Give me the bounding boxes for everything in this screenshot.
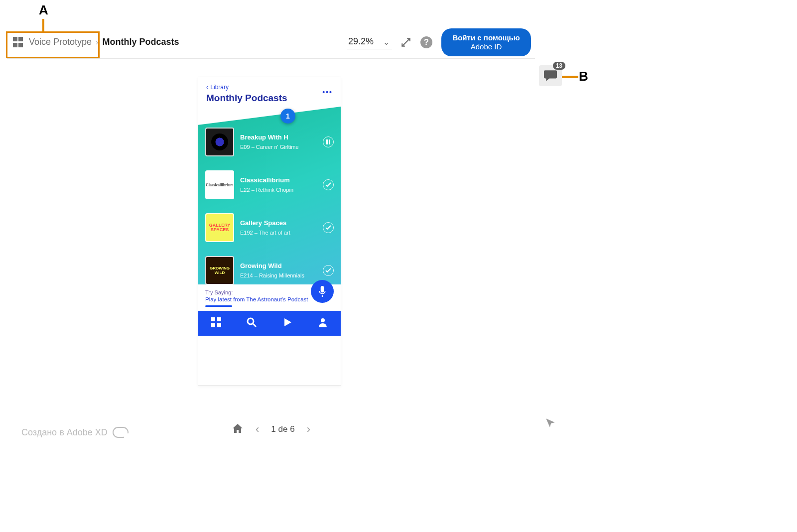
next-page-button[interactable]: › [307,423,310,436]
podcast-meta: Gallery SpacesE192 – The art of art [240,219,317,237]
list-item[interactable]: GALLERY SPACESGallery SpacesE192 – The a… [205,213,334,242]
mic-icon [318,286,327,297]
cursor-icon [545,417,556,430]
xd-viewer: Voice Prototype › Monthly Podcasts ⌄ ? В… [7,26,535,442]
grid-view-icon[interactable] [13,37,24,48]
pin-marker[interactable]: 1 [280,109,295,124]
podcast-thumb: GROWING WILD [205,256,234,285]
podcast-title: Growing Wild [240,262,317,269]
tab-grid-icon[interactable] [211,317,221,329]
tabbar [198,311,341,336]
comments-count-badge: 13 [553,62,565,70]
svg-rect-3 [217,317,221,321]
more-icon[interactable]: ••• [322,88,333,96]
back-link[interactable]: ‹ Library [206,83,333,91]
fullscreen-icon[interactable] [400,37,411,48]
svg-line-7 [253,324,256,327]
page-indicator: 1 de 6 [271,424,294,434]
try-underline [205,305,232,307]
check-icon[interactable] [323,222,334,233]
chevron-left-icon: ‹ [206,83,208,91]
signin-button[interactable]: Войти с помощью Adobe ID [441,28,531,56]
annotation-line-b [561,76,578,78]
voice-fab[interactable] [311,280,334,303]
tab-search-icon[interactable] [247,317,257,329]
svg-rect-0 [326,139,328,144]
check-icon[interactable] [323,179,334,190]
podcast-episode: E22 – Rethink Chopin [240,187,317,194]
creative-cloud-icon [113,427,129,438]
artboard-canvas[interactable]: ‹ Library ••• Monthly Podcasts 1 Breakup… [7,59,535,417]
credit-text: Создано в Adobe XD [21,427,129,438]
podcast-episode: E09 – Career n' Girltime [240,144,317,151]
podcast-episode: E192 – The art of art [240,230,317,237]
chevron-right-icon: › [96,38,98,47]
list-item[interactable]: ClassicallibriumClassicallibriumE22 – Re… [205,170,334,199]
home-icon[interactable] [232,422,244,436]
pause-icon[interactable] [323,136,334,147]
tab-profile-icon[interactable] [318,317,328,329]
comments-button[interactable]: 13 [539,65,562,86]
podcast-meta: Growing WildE214 – Raising Millennials [240,262,317,279]
podcast-episode: E214 – Raising Millennials [240,272,317,279]
svg-point-8 [321,318,325,322]
podcast-meta: Breakup With HE09 – Career n' Girltime [240,133,317,151]
podcast-thumb: GALLERY SPACES [205,213,234,242]
podcast-thumb: Classicallibrium [205,170,234,199]
annotation-letter-a: A [39,2,48,18]
svg-rect-1 [329,139,330,144]
phone-header: ‹ Library ••• Monthly Podcasts [198,77,341,107]
help-icon[interactable]: ? [420,36,432,48]
podcast-meta: ClassicallibriumE22 – Rethink Chopin [240,176,317,194]
list-item[interactable]: Breakup With HE09 – Career n' Girltime [205,128,334,156]
podcast-thumb [205,128,234,156]
svg-point-6 [248,318,254,324]
svg-rect-4 [211,323,215,327]
check-icon[interactable] [323,265,334,276]
comment-icon [544,70,557,81]
phone-mockup: ‹ Library ••• Monthly Podcasts 1 Breakup… [198,77,341,386]
phone-body: 1 Breakup With HE09 – Career n' Girltime… [198,107,341,336]
podcast-title: Breakup With H [240,133,317,141]
prev-page-button[interactable]: ‹ [256,423,259,436]
back-label: Library [210,84,229,91]
tab-play-icon[interactable] [282,317,292,329]
podcast-title: Classicallibrium [240,176,317,184]
podcast-title: Gallery Spaces [240,219,317,227]
breadcrumb-project[interactable]: Voice Prototype [29,37,92,47]
breadcrumb-artboard: Monthly Podcasts [102,37,179,47]
zoom-input[interactable] [347,35,392,49]
list-item[interactable]: GROWING WILDGrowing WildE214 – Raising M… [205,256,334,285]
page-title: Monthly Podcasts [206,93,333,104]
svg-rect-2 [211,317,215,321]
svg-rect-5 [217,323,221,327]
topbar: Voice Prototype › Monthly Podcasts ⌄ ? В… [7,26,535,59]
annotation-letter-b: B [579,69,588,84]
